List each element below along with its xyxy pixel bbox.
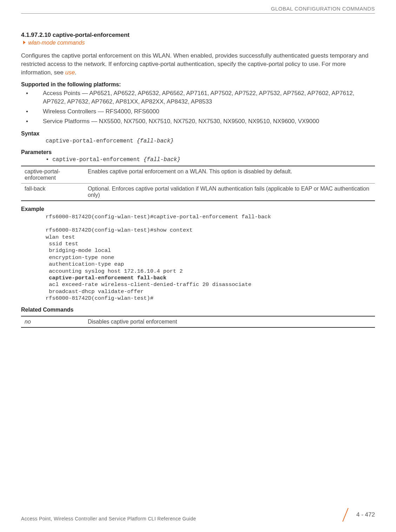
example-line: rfs6000-81742D(config-wlan-test)#: [46, 295, 153, 301]
section-number-title: 4.1.97.2.10 captive-portal-enforcement: [21, 32, 375, 39]
arrow-right-icon: [23, 41, 26, 44]
param-name-cell: fall-back: [21, 183, 84, 201]
parameters-bullet: •: [46, 157, 52, 163]
example-block: rfs6000-81742D(config-wlan-test)#captive…: [46, 214, 375, 302]
param-desc-cell: Optional. Enforces captive portal valida…: [84, 183, 375, 201]
example-line: bridging-mode local: [46, 247, 111, 254]
param-name-cell: captive-portal-enforcement: [21, 166, 84, 184]
syntax-heading: Syntax: [21, 131, 375, 137]
table-row: fall-back Optional. Enforces captive por…: [21, 183, 375, 201]
example-line: acl exceed-rate wireless-client-denied-t…: [46, 281, 251, 288]
page-footer: Access Point, Wireless Controller and Se…: [21, 508, 375, 521]
parameters-arg: {fall-back}: [143, 157, 180, 163]
section-subtitle-link[interactable]: wlan-mode commands: [28, 40, 85, 46]
footer-title: Access Point, Wireless Controller and Se…: [21, 516, 196, 521]
related-desc-cell: Disables captive portal enforcement: [84, 316, 375, 327]
related-table: no Disables captive portal enforcement: [21, 316, 375, 328]
supported-heading: Supported in the following platforms:: [21, 81, 375, 88]
intro-paragraph: Configures the captive portal enforcemen…: [21, 52, 375, 77]
footer-right: 4 - 472: [340, 508, 375, 521]
example-line: authentication-type eap: [46, 261, 124, 267]
parameters-line: • captive-portal-enforcement {fall-back}: [46, 157, 375, 163]
parameters-cmd: captive-portal-enforcement: [52, 157, 143, 163]
intro-link-use[interactable]: use: [65, 69, 75, 76]
example-line: broadcast-dhcp validate-offer: [46, 288, 144, 295]
supported-item: Access Points — AP6521, AP6522, AP6532, …: [34, 89, 375, 106]
syntax-arg: {fall-back}: [137, 138, 174, 144]
example-line: rfs6000-81742D(config-wlan-test)#show co…: [46, 227, 193, 233]
supported-list: Access Points — AP6521, AP6522, AP6532, …: [34, 89, 375, 125]
intro-text-post: .: [75, 69, 77, 76]
page-content: 4.1.97.2.10 captive-portal-enforcement w…: [21, 32, 375, 328]
example-line: wlan test: [46, 234, 75, 240]
example-line: ssid test: [46, 241, 78, 247]
header-title: GLOBAL CONFIGURATION COMMANDS: [271, 6, 375, 12]
example-heading: Example: [21, 206, 375, 212]
related-name-cell[interactable]: no: [21, 316, 84, 327]
supported-item: Wireless Controllers — RFS4000, RFS6000: [34, 107, 375, 116]
supported-item: Service Platforms — NX5500, NX7500, NX75…: [34, 117, 375, 126]
syntax-line: captive-portal-enforcement {fall-back}: [46, 138, 375, 144]
syntax-cmd: captive-portal-enforcement: [46, 138, 137, 144]
parameters-table: captive-portal-enforcement Enables capti…: [21, 166, 375, 201]
parameters-heading: Parameters: [21, 149, 375, 155]
section-subtitle-row: wlan-mode commands: [23, 40, 375, 46]
related-heading: Related Commands: [21, 307, 375, 313]
example-line: encryption-type none: [46, 254, 114, 261]
param-desc-cell: Enables captive portal enforcement on a …: [84, 166, 375, 184]
page-number: 4 - 472: [356, 511, 375, 518]
header-divider: [21, 13, 375, 14]
table-row: no Disables captive portal enforcement: [21, 316, 375, 327]
slash-icon: [340, 508, 351, 521]
example-line-bold: captive-portal-enforcement fall-back: [46, 275, 166, 281]
table-row: captive-portal-enforcement Enables capti…: [21, 166, 375, 184]
example-line: accounting syslog host 172.16.10.4 port …: [46, 268, 183, 274]
example-line: rfs6000-81742D(config-wlan-test)#captive…: [46, 214, 271, 220]
